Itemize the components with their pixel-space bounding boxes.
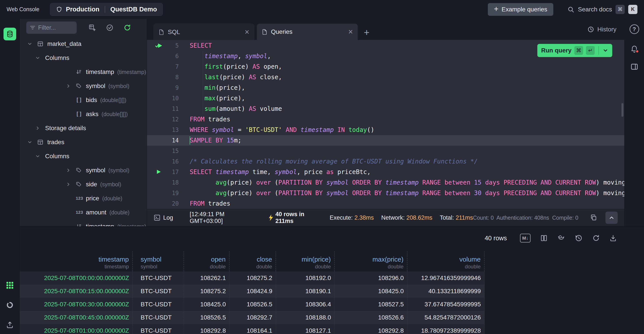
add-tab-icon[interactable]: + <box>364 28 370 37</box>
table-row[interactable]: 2025-07-08T01:00:00.000000ZBTC-USDT10829… <box>20 324 484 334</box>
search-docs-button[interactable]: Search docs ⌘ K <box>567 5 638 14</box>
array-icon: [] <box>76 97 86 103</box>
tree-item-columns[interactable]: Columns <box>20 149 147 163</box>
chevron-right-icon[interactable] <box>66 168 76 173</box>
code-line[interactable]: 17SELECT timestamp time, symbol, price a… <box>147 167 624 177</box>
rewind-icon[interactable] <box>575 234 583 242</box>
column-header-min-price-[interactable]: min(price)double <box>276 251 335 271</box>
run-line-icon[interactable] <box>155 168 162 175</box>
tree-item-price[interactable]: 123price(double) <box>20 191 147 205</box>
code-line[interactable]: 16/* Calculates the rolling moving avera… <box>147 156 624 167</box>
table-icon <box>37 139 47 145</box>
tree-item-symbol[interactable]: symbol(symbol) <box>20 79 147 93</box>
tree-item-label: price <box>86 195 99 202</box>
side-panel-button[interactable] <box>630 63 638 71</box>
chevron-down-icon[interactable] <box>602 48 608 53</box>
collapse-log-button[interactable] <box>606 212 618 224</box>
chevron-right-icon[interactable] <box>35 125 45 131</box>
notifications-button[interactable] <box>630 44 638 53</box>
table-row[interactable]: 2025-07-08T00:15:00.000000ZBTC-USDT10827… <box>20 285 484 298</box>
table-row[interactable]: 2025-07-08T00:00:00.000000ZBTC-USDT10826… <box>20 271 484 285</box>
table-row[interactable]: 2025-07-08T00:45:00.000000ZBTC-USDT10852… <box>20 311 484 324</box>
chevron-down-icon[interactable] <box>27 41 37 47</box>
help-button[interactable]: ? <box>630 24 639 34</box>
right-rail: ? <box>624 19 644 226</box>
duck-icon[interactable] <box>557 234 565 242</box>
run-success-icon[interactable] <box>155 42 163 49</box>
editor-gutter: 15 <box>147 146 190 156</box>
code-line[interactable]: 20FROM trades <box>147 198 624 209</box>
code-line[interactable]: 9 min(price), <box>147 83 624 93</box>
chevron-up-icon <box>608 215 615 221</box>
tree-item-timestamp[interactable]: timestamp(timestamp) <box>20 65 147 79</box>
refresh-grid-icon[interactable] <box>592 234 600 242</box>
code-line[interactable]: 15 <box>147 146 624 156</box>
column-header-timestamp[interactable]: timestamptimestamp <box>20 251 133 271</box>
history-button[interactable]: History <box>587 19 616 40</box>
table-row[interactable]: 2025-07-08T00:30:00.000000ZBTC-USDT10842… <box>20 298 484 311</box>
instance-badge[interactable]: Production QuestDB Demo <box>50 3 163 16</box>
code-line[interactable]: 8 last(price) AS close, <box>147 72 624 83</box>
sql-editor[interactable]: 5SELECT6 timestamp, symbol,7 first(price… <box>147 40 624 209</box>
line-number: 6 <box>175 51 179 61</box>
editor-scrollbar[interactable] <box>622 103 624 117</box>
column-header-symbol[interactable]: symbolsymbol <box>133 251 184 271</box>
search-docs-label: Search docs <box>578 6 612 13</box>
chevron-down-icon[interactable] <box>35 154 45 159</box>
import-icon[interactable] <box>6 321 14 329</box>
column-header-volume[interactable]: volumedouble <box>408 251 484 271</box>
column-header-close[interactable]: closedouble <box>230 251 276 271</box>
close-icon[interactable]: × <box>245 28 249 36</box>
code-line[interactable]: 13WHERE symbol = 'BTC-USDT' AND timestam… <box>147 125 624 135</box>
tree-item-trades[interactable]: trades <box>20 135 147 149</box>
indent-guide <box>202 61 203 72</box>
run-query-button[interactable]: Run query ⌘ ↵ <box>537 44 612 57</box>
tree-item-market-data[interactable]: market_data <box>20 37 147 51</box>
bell-icon <box>630 50 638 53</box>
download-csv-icon[interactable] <box>610 234 617 242</box>
donut-chart-icon[interactable] <box>6 301 14 309</box>
tree-item-bids[interactable]: []bids(double[][]) <box>20 93 147 107</box>
example-queries-button[interactable]: + Example queries <box>488 3 554 16</box>
chevron-down-icon[interactable] <box>27 139 37 145</box>
code-line[interactable]: 11 sum(amount) AS volume <box>147 104 624 114</box>
chevron-right-icon[interactable] <box>66 182 76 187</box>
code-line[interactable]: 7 first(price) AS open, <box>147 61 624 72</box>
chevron-right-icon[interactable] <box>66 83 76 89</box>
copy-icon[interactable] <box>590 214 597 221</box>
tree-item-symbol[interactable]: symbol(symbol) <box>20 163 147 177</box>
tree-item-timestamp[interactable]: timestamp(timestamp) <box>20 219 147 226</box>
column-header-max-price-[interactable]: max(price)double <box>335 251 408 271</box>
tree-item-type: (double) <box>102 195 122 202</box>
chevron-down-icon[interactable] <box>35 55 45 61</box>
copy-markdown-icon[interactable]: M↓ <box>520 234 530 243</box>
tab-queries[interactable]: Queries × <box>257 24 358 40</box>
code-line[interactable]: 18 avg(price) over (PARTITION BY symbol … <box>147 177 624 188</box>
filter-input[interactable]: Filter... <box>26 22 77 34</box>
tree-item-type: (timestamp) <box>117 69 146 75</box>
editor-gutter: 5 <box>147 40 190 51</box>
tag-icon <box>76 83 86 89</box>
line-number: 9 <box>175 83 179 93</box>
layout-grid-icon[interactable] <box>540 234 548 242</box>
tree-item-storage-details[interactable]: Storage details <box>20 121 147 135</box>
tree-item-amount[interactable]: 123amount(double) <box>20 205 147 219</box>
code-line[interactable]: 14SAMPLE BY 15m; <box>147 135 624 146</box>
tree-item-asks[interactable]: []asks(double[][]) <box>20 107 147 121</box>
table-icon <box>37 41 47 47</box>
grid-view-icon[interactable] <box>6 281 14 289</box>
tab-sql[interactable]: SQL × <box>154 24 254 40</box>
column-header-open[interactable]: opendouble <box>184 251 230 271</box>
questdb-logo-icon[interactable] <box>4 28 16 40</box>
tree-item-columns[interactable]: Columns <box>20 51 147 65</box>
column-name: timestamp <box>98 256 129 263</box>
add-table-icon[interactable] <box>88 24 96 31</box>
close-icon[interactable]: × <box>348 28 353 36</box>
code-line[interactable]: 19 avg(price) over (PARTITION BY symbol … <box>147 188 624 198</box>
code-text: avg(price) over (PARTITION BY symbol ORD… <box>190 188 624 198</box>
tree-item-side[interactable]: side(symbol) <box>20 177 147 191</box>
refresh-schema-icon[interactable] <box>124 24 131 31</box>
code-line[interactable]: 10 max(price), <box>147 93 624 104</box>
check-circle-icon[interactable] <box>106 24 114 31</box>
code-line[interactable]: 12FROM trades <box>147 114 624 125</box>
